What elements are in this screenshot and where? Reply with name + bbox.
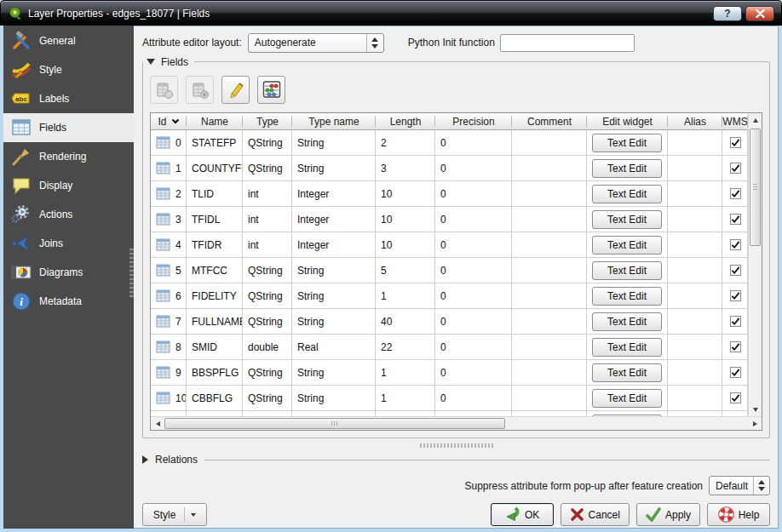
section-splitter-handle[interactable] bbox=[420, 443, 493, 448]
table-row[interactable]: 6FIDELITYQStringString10Text Edit bbox=[151, 283, 748, 309]
edit-widget-button[interactable]: Text Edit bbox=[592, 210, 662, 229]
table-row[interactable]: 2TLIDintInteger100Text Edit bbox=[151, 181, 748, 207]
table-row[interactable]: 10CBBFLGQStringString10Text Edit bbox=[151, 386, 748, 411]
sidebar-item-actions[interactable]: Actions bbox=[3, 200, 134, 229]
cell-alias bbox=[668, 207, 722, 232]
cell-type: QString bbox=[243, 156, 292, 180]
sidebar-item-diagrams[interactable]: Diagrams bbox=[3, 258, 134, 287]
cell-precision: 0 bbox=[435, 207, 512, 232]
wms-checkbox[interactable] bbox=[730, 137, 741, 148]
table-row[interactable]: 1COUNTYFPQStringString30Text Edit bbox=[151, 156, 748, 181]
field-row-icon bbox=[156, 315, 170, 328]
table-row[interactable]: 5MTFCCQStringString50Text Edit bbox=[151, 258, 748, 283]
python-init-label: Python Init function bbox=[408, 37, 495, 49]
scroll-down-arrow[interactable] bbox=[749, 403, 762, 416]
field-calculator-button[interactable] bbox=[257, 76, 285, 104]
cell-precision: 0 bbox=[435, 130, 512, 155]
column-header-wms[interactable]: WMS bbox=[722, 113, 748, 129]
scroll-up-arrow[interactable] bbox=[749, 113, 762, 127]
edit-widget-button[interactable]: Text Edit bbox=[592, 389, 662, 408]
cell-precision: 0 bbox=[435, 309, 512, 334]
edit-widget-button[interactable]: Text Edit bbox=[592, 312, 662, 331]
window-close-button[interactable] bbox=[745, 6, 774, 21]
column-header-name[interactable]: Name bbox=[187, 113, 243, 129]
wms-checkbox[interactable] bbox=[730, 392, 741, 403]
sidebar-item-metadata[interactable]: i Metadata bbox=[3, 287, 134, 316]
wms-checkbox[interactable] bbox=[730, 163, 741, 174]
sidebar-item-labels[interactable]: abc Labels bbox=[3, 84, 134, 113]
wms-checkbox[interactable] bbox=[730, 290, 741, 301]
edit-widget-button[interactable]: Text Edit bbox=[592, 134, 662, 152]
suppress-popup-combo[interactable]: Default bbox=[709, 476, 770, 495]
table-row[interactable]: 3TFIDLintInteger100Text Edit bbox=[151, 207, 748, 232]
column-header-id[interactable]: Id bbox=[151, 113, 187, 129]
cell-name: BBSPFLG bbox=[187, 360, 243, 385]
cell-type: int bbox=[243, 181, 292, 206]
cell-wms bbox=[722, 309, 748, 334]
window-help-button[interactable]: ? bbox=[713, 6, 742, 21]
scroll-right-arrow[interactable] bbox=[748, 417, 762, 431]
column-header-type-name[interactable]: Type name bbox=[292, 113, 376, 129]
table-row[interactable]: 7FULLNAMEQStringString400Text Edit bbox=[151, 309, 748, 335]
edit-widget-button[interactable]: Text Edit bbox=[592, 261, 662, 280]
wms-checkbox[interactable] bbox=[730, 316, 741, 327]
cell-id: 3 bbox=[151, 207, 187, 232]
column-header-precision[interactable]: Precision bbox=[435, 113, 512, 129]
fields-group-header[interactable]: Fields bbox=[143, 55, 194, 68]
vertical-scroll-thumb[interactable] bbox=[750, 129, 761, 246]
fields-table-header: Id Name Type Type name Length Precision … bbox=[151, 113, 748, 130]
cell-type-name: Integer bbox=[292, 207, 376, 232]
edit-widget-button[interactable]: Text Edit bbox=[592, 363, 662, 382]
style-menu-button[interactable]: Style bbox=[142, 503, 207, 526]
cell-id: 7 bbox=[151, 309, 187, 334]
cell-wms bbox=[722, 360, 748, 385]
relations-group-header[interactable]: Relations bbox=[142, 451, 770, 468]
edit-widget-button[interactable]: Text Edit bbox=[592, 236, 662, 255]
edit-widget-button[interactable]: Text Edit bbox=[592, 185, 662, 203]
help-button[interactable]: Help bbox=[707, 503, 770, 526]
cell-alias bbox=[668, 386, 722, 410]
apply-button[interactable]: Apply bbox=[636, 503, 700, 526]
python-init-input[interactable] bbox=[500, 34, 635, 52]
column-header-length[interactable]: Length bbox=[376, 113, 435, 129]
wms-checkbox[interactable] bbox=[730, 367, 741, 378]
wms-checkbox[interactable] bbox=[730, 341, 741, 352]
cell-alias bbox=[668, 181, 722, 206]
cell-comment bbox=[512, 130, 587, 155]
sidebar-item-fields[interactable]: Fields bbox=[3, 113, 134, 142]
scroll-left-arrow[interactable] bbox=[151, 417, 164, 431]
column-header-edit-widget[interactable]: Edit widget bbox=[587, 113, 668, 129]
toggle-editing-button[interactable] bbox=[221, 76, 250, 104]
cell-alias bbox=[668, 335, 722, 359]
table-row[interactable]: 9BBSPFLGQStringString10Text Edit bbox=[151, 360, 748, 386]
horizontal-scrollbar[interactable] bbox=[151, 416, 762, 430]
table-row[interactable]: 8SMIDdoubleReal220Text Edit bbox=[151, 335, 748, 360]
cancel-button[interactable]: Cancel bbox=[561, 503, 630, 526]
fields-toolbar bbox=[150, 76, 762, 104]
wms-checkbox[interactable] bbox=[730, 239, 741, 250]
sidebar-item-general[interactable]: General bbox=[3, 26, 134, 55]
sidebar-item-style[interactable]: Style bbox=[3, 55, 134, 84]
sidebar-item-display[interactable]: Display bbox=[3, 171, 134, 200]
column-header-comment[interactable]: Comment bbox=[512, 113, 587, 129]
sidebar: General Style abc Labels bbox=[3, 26, 134, 529]
check-icon bbox=[731, 317, 740, 326]
table-row[interactable]: 4TFIDRintInteger100Text Edit bbox=[151, 232, 748, 258]
table-row[interactable]: 0STATEFPQStringString20Text Edit bbox=[151, 130, 748, 156]
attribute-editor-layout-combo[interactable]: Autogenerate bbox=[248, 33, 384, 53]
horizontal-scroll-thumb[interactable] bbox=[164, 418, 505, 429]
edit-widget-button[interactable]: Text Edit bbox=[592, 338, 662, 357]
column-header-type[interactable]: Type bbox=[243, 113, 292, 129]
wms-checkbox[interactable] bbox=[730, 188, 741, 199]
ok-button[interactable]: OK bbox=[491, 503, 554, 526]
cell-comment bbox=[512, 258, 587, 283]
wms-checkbox[interactable] bbox=[730, 265, 741, 276]
cell-edit-widget: Text Edit bbox=[587, 309, 668, 334]
sidebar-item-joins[interactable]: Joins bbox=[3, 229, 134, 258]
sidebar-item-rendering[interactable]: Rendering bbox=[3, 142, 134, 171]
column-header-alias[interactable]: Alias bbox=[668, 113, 722, 129]
edit-widget-button[interactable]: Text Edit bbox=[592, 287, 662, 306]
wms-checkbox[interactable] bbox=[730, 214, 741, 225]
edit-widget-button[interactable]: Text Edit bbox=[592, 159, 662, 178]
vertical-scrollbar[interactable] bbox=[748, 113, 762, 416]
